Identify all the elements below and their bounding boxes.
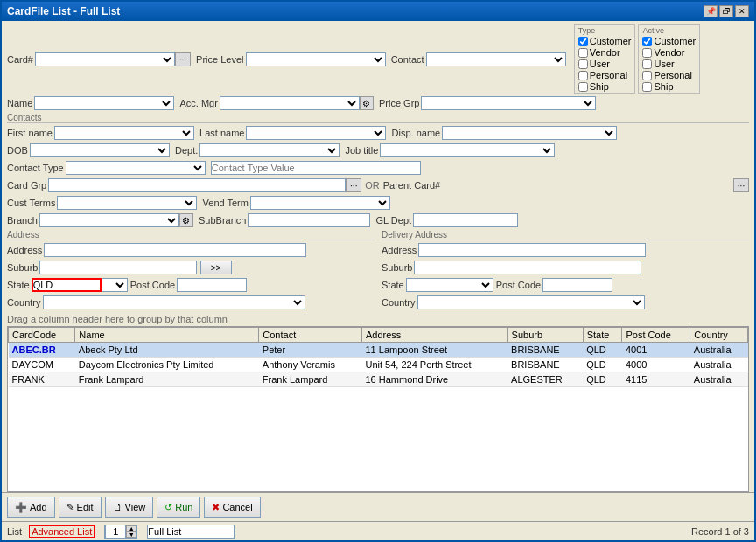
row-6: Card Grp ··· OR Parent Card# ··· — [7, 177, 749, 193]
card-select[interactable] — [35, 52, 175, 66]
type-ship-label: Ship — [590, 81, 609, 92]
country-select-left[interactable] — [43, 295, 305, 309]
table-cell: Anthony Veramis — [259, 358, 362, 372]
list-number-spinner[interactable] — [105, 525, 126, 539]
price-level-select[interactable] — [246, 52, 386, 66]
dept-select[interactable] — [200, 143, 340, 157]
table-row[interactable]: ABEC.BRAbeck Pty LtdPeter11 Lampoon Stre… — [9, 343, 748, 358]
address-right: Delivery Address Address Suburb State Po… — [382, 230, 749, 312]
type-customer-label: Customer — [590, 36, 632, 46]
last-name-label: Last name — [200, 128, 244, 138]
type-ship-checkbox[interactable] — [578, 82, 588, 92]
address-input-right[interactable] — [418, 243, 646, 257]
pin-button[interactable]: 📌 — [704, 5, 718, 17]
close-button[interactable]: ✕ — [735, 5, 749, 17]
row-2: Name Acc. Mgr ⚙ Price Grp — [7, 95, 749, 111]
record-info: Record 1 of 3 — [691, 526, 749, 537]
table-row[interactable]: FRANKFrank LampardFrank Lampard16 Hammon… — [9, 372, 748, 387]
edit-button[interactable]: ✎ Edit — [59, 497, 102, 518]
state-select-right[interactable] — [406, 278, 494, 292]
branch-select[interactable] — [39, 213, 179, 227]
type-personal-row: Personal — [578, 70, 632, 80]
table-cell: BRISBANE — [508, 343, 583, 358]
spin-down-button[interactable]: ▼ — [126, 532, 136, 538]
card-grp-ellipsis-btn[interactable]: ··· — [346, 178, 361, 192]
col-postcode[interactable]: Post Code — [622, 328, 690, 343]
list-name-input[interactable] — [147, 525, 234, 539]
post-code-input-right[interactable] — [542, 278, 612, 292]
active-ship-row: Ship — [642, 81, 696, 92]
col-country[interactable]: Country — [690, 328, 748, 343]
table-row[interactable]: DAYCOMDaycom Electronics Pty LimitedAnth… — [9, 358, 748, 372]
restore-button[interactable]: 🗗 — [719, 5, 733, 17]
subbranch-input[interactable] — [248, 213, 370, 227]
copy-address-btn[interactable]: >> — [200, 261, 232, 274]
type-ship-row: Ship — [578, 81, 632, 92]
col-contact[interactable]: Contact — [259, 328, 362, 343]
parent-card-ellipsis-btn[interactable]: ··· — [733, 178, 749, 192]
contact-type-select[interactable] — [66, 161, 206, 175]
table-cell: ALGESTER — [508, 372, 583, 387]
type-personal-checkbox[interactable] — [578, 71, 588, 80]
row-5: Contact Type — [7, 160, 749, 176]
acc-mgr-gear-btn[interactable]: ⚙ — [360, 96, 374, 110]
active-ship-checkbox[interactable] — [642, 82, 652, 92]
subbranch-label: SubBranch — [199, 215, 246, 226]
price-grp-label: Price Grp — [379, 98, 419, 108]
dept-label: Dept. — [175, 145, 198, 156]
col-suburb[interactable]: Suburb — [508, 328, 583, 343]
active-vendor-checkbox[interactable] — [642, 48, 652, 58]
contact-type-value[interactable] — [211, 161, 421, 175]
advanced-list-link[interactable]: Advanced List — [29, 525, 94, 538]
active-user-checkbox[interactable] — [642, 59, 652, 69]
col-name[interactable]: Name — [75, 328, 259, 343]
run-icon: ↺ — [164, 502, 172, 513]
table-cell: FRANK — [9, 372, 75, 387]
country-select-right[interactable] — [417, 295, 645, 309]
name-select[interactable] — [34, 96, 174, 110]
run-button[interactable]: ↺ Run — [157, 497, 200, 518]
active-customer-checkbox[interactable] — [642, 37, 652, 46]
gl-dept-input[interactable] — [413, 213, 518, 227]
col-address[interactable]: Address — [361, 328, 508, 343]
post-code-input-left[interactable] — [177, 278, 247, 292]
parent-card-label: Parent Card# — [383, 180, 440, 191]
address-input-left[interactable] — [44, 243, 306, 257]
state-input-left[interactable] — [32, 278, 102, 292]
spin-up-button[interactable]: ▲ — [126, 525, 136, 532]
acc-mgr-select[interactable] — [220, 96, 360, 110]
branch-gear-btn[interactable]: ⚙ — [179, 213, 193, 227]
active-personal-checkbox[interactable] — [642, 71, 652, 80]
col-state[interactable]: State — [583, 328, 622, 343]
suburb-label-left: Suburb — [7, 262, 38, 273]
contact-select[interactable] — [426, 52, 566, 66]
post-code-label-left: Post Code — [130, 280, 175, 290]
card-ellipsis-btn[interactable]: ··· — [175, 52, 191, 66]
list-link[interactable]: List — [7, 526, 22, 537]
data-grid: CardCode Name Contact Address Suburb Sta… — [7, 326, 749, 492]
view-button[interactable]: 🗋 View — [105, 497, 154, 518]
contact-type-label: Contact Type — [7, 163, 64, 173]
type-user-checkbox[interactable] — [578, 59, 588, 69]
price-grp-select[interactable] — [421, 96, 596, 110]
type-personal-label: Personal — [590, 70, 627, 80]
card-grp-input[interactable] — [48, 178, 346, 192]
table-cell: Unit 54, 224 Perth Street — [361, 358, 508, 372]
col-cardcode[interactable]: CardCode — [9, 328, 75, 343]
suburb-input-right[interactable] — [414, 261, 641, 274]
state-select-left[interactable] — [102, 278, 128, 292]
type-vendor-checkbox[interactable] — [578, 48, 588, 58]
branch-label: Branch — [7, 215, 38, 226]
last-name-select[interactable] — [246, 126, 386, 140]
type-customer-checkbox[interactable] — [578, 37, 588, 46]
vend-term-select[interactable] — [250, 196, 390, 210]
add-button[interactable]: ➕ Add — [7, 497, 55, 518]
card-grp-label: Card Grp — [7, 180, 46, 191]
dob-select[interactable] — [30, 143, 170, 157]
job-title-select[interactable] — [380, 143, 555, 157]
disp-name-select[interactable] — [442, 126, 617, 140]
cancel-button[interactable]: ✖ Cancel — [204, 497, 260, 518]
cust-terms-select[interactable] — [57, 196, 197, 210]
first-name-select[interactable] — [54, 126, 194, 140]
suburb-input-left[interactable] — [39, 261, 197, 274]
